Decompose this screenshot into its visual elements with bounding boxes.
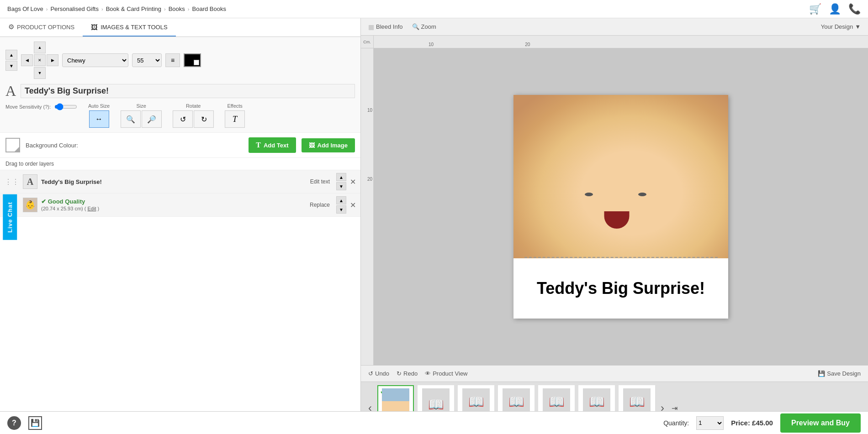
layers-header: Drag to order layers xyxy=(0,158,360,170)
sensitivity-slider[interactable] xyxy=(54,103,77,110)
text-layer-up-button[interactable]: ▲ xyxy=(336,173,346,181)
breadcrumb-books[interactable]: Books xyxy=(169,5,185,12)
layer-sub-image: (20.74 x 25.93 cm) ( Edit ) xyxy=(41,206,99,211)
move-row-mid: ◀ ✕ ▶ xyxy=(21,54,58,66)
effects-button[interactable]: T xyxy=(225,110,245,128)
ruler-corner: Cm. xyxy=(361,36,374,48)
size-decrease-button[interactable]: 🔎 xyxy=(142,110,162,128)
product-view-button[interactable]: 👁 Product View xyxy=(425,370,467,377)
your-design-label: Your Design xyxy=(821,23,853,30)
align-button[interactable]: ≡ xyxy=(165,53,180,67)
tab-images-text-tools[interactable]: 🖼 IMAGES & TEXT TOOLS xyxy=(83,18,175,37)
ruler-mark-10: 10 xyxy=(429,42,434,47)
text-layer-close-button[interactable]: ✕ xyxy=(350,178,356,186)
edit-image-link[interactable]: Edit xyxy=(88,206,96,211)
image-layer-up-button[interactable]: ▲ xyxy=(336,196,346,204)
edit-text-button[interactable]: Edit text xyxy=(307,178,333,186)
color-swatch-inner xyxy=(194,60,199,65)
ruler-left: 10 20 xyxy=(361,48,374,365)
breadcrumb-book-card-printing[interactable]: Book & Card Printing xyxy=(106,5,161,12)
bleed-info-button[interactable]: ▦ Bleed Info xyxy=(368,23,403,31)
product-view-label: Product View xyxy=(433,370,467,377)
preview-and-buy-button[interactable]: Preview and Buy xyxy=(780,413,861,433)
sensitivity-label: Move Sensitivity (?): xyxy=(5,104,51,110)
breadcrumb-bags-of-love[interactable]: Bags Of Love xyxy=(7,5,43,12)
thumb-book-icon-4: 📖 xyxy=(508,394,524,409)
move-center-button[interactable]: ✕ xyxy=(34,54,46,66)
canvas-wrapper: Cm. 10 20 10 20 xyxy=(361,36,868,365)
canvas-title-text: Teddy's Big Surprise! xyxy=(537,279,705,298)
right-panel: ▦ Bleed Info 🔍 Zoom Your Design ▼ Cm. 10… xyxy=(361,18,868,434)
undo-button[interactable]: ↺ Undo xyxy=(368,370,389,377)
live-chat-button[interactable]: Live Chat xyxy=(3,194,17,240)
quantity-select[interactable]: 1 2 3 xyxy=(696,416,724,430)
zoom-icon: 🔍 xyxy=(412,23,419,30)
ruler-mark-left-10: 10 xyxy=(367,108,372,113)
chevron-down-icon: ▼ xyxy=(855,23,861,30)
layer-item-image: ⋮⋮ 👶 ✔ Good Quality (20.74 x 25.93 cm) (… xyxy=(0,193,360,217)
footer-right: Quantity: 1 2 3 Price: £45.00 Preview an… xyxy=(663,413,861,433)
zoom-button[interactable]: 🔍 Zoom xyxy=(412,23,436,30)
background-color-swatch[interactable] xyxy=(5,138,20,152)
save-button[interactable]: 💾 xyxy=(28,416,42,430)
add-text-button[interactable]: T Add Text xyxy=(249,137,296,153)
nav-up-button[interactable]: ▲ xyxy=(5,50,17,60)
header-icons: 🛒 👤 📞 xyxy=(809,3,861,15)
move-up-button[interactable]: ▲ xyxy=(34,42,46,53)
color-swatch[interactable] xyxy=(184,53,201,67)
auto-size-btns: ↔ xyxy=(89,110,109,128)
left-panel: ⚙ PRODUCT OPTIONS 🖼 IMAGES & TEXT TOOLS … xyxy=(0,18,361,434)
effects-group: Effects T xyxy=(225,103,245,128)
rotate-right-button[interactable]: ↻ xyxy=(194,110,214,128)
text-layer-updown: ▲ ▼ xyxy=(336,173,346,190)
layer-actions-image: Replace ▲ ▼ ✕ xyxy=(307,196,356,214)
move-left-button[interactable]: ◀ xyxy=(21,54,33,66)
cart-icon[interactable]: 🛒 xyxy=(809,3,821,15)
size-label: Size xyxy=(136,103,146,109)
tab-product-options[interactable]: ⚙ PRODUCT OPTIONS xyxy=(0,18,83,37)
save-design-button[interactable]: 💾 Save Design xyxy=(818,370,861,377)
toolbar-row1: ▲ ▼ ▲ ◀ ✕ ▶ ▼ Chewy xyxy=(5,42,355,79)
nav-down-button[interactable]: ▼ xyxy=(5,61,17,71)
save-icon: 💾 xyxy=(818,370,825,377)
auto-size-group: Auto Size ↔ xyxy=(88,103,110,128)
image-add-icon: 🖼 xyxy=(309,142,315,149)
move-down-button[interactable]: ▼ xyxy=(34,67,46,79)
redo-button[interactable]: ↻ Redo xyxy=(397,370,418,377)
move-buttons: ▲ ◀ ✕ ▶ ▼ xyxy=(21,42,58,79)
auto-size-button[interactable]: ↔ xyxy=(89,110,109,128)
sensitivity-row: Move Sensitivity (?): xyxy=(5,103,77,110)
help-button[interactable]: ? xyxy=(7,416,21,430)
size-select[interactable]: 55 xyxy=(132,53,162,67)
phone-icon[interactable]: 📞 xyxy=(848,3,861,15)
image-layer-close-button[interactable]: ✕ xyxy=(350,201,356,209)
replace-image-button[interactable]: Replace xyxy=(307,201,333,209)
design-canvas[interactable]: Teddy's Big Surprise! xyxy=(513,95,728,319)
image-layer-updown: ▲ ▼ xyxy=(336,196,346,214)
ruler-mark-left-20: 20 xyxy=(367,177,372,182)
layer-thumb-text: A xyxy=(23,174,37,189)
preview-text-box[interactable]: Teddy's Big Surprise! xyxy=(21,84,355,98)
breadcrumb-board-books[interactable]: Board Books xyxy=(192,5,226,12)
breadcrumb-personalised-gifts[interactable]: Personalised Gifts xyxy=(50,5,99,12)
size-increase-button[interactable]: 🔍 xyxy=(121,110,141,128)
tab-product-options-label: PRODUCT OPTIONS xyxy=(17,24,74,31)
add-image-button[interactable]: 🖼 Add Image xyxy=(302,138,355,152)
image-layer-down-button[interactable]: ▼ xyxy=(336,205,346,214)
thumb-book-icon-7: 📖 xyxy=(629,394,645,409)
thumb-book-icon-5: 📖 xyxy=(549,394,565,409)
image-icon: 🖼 xyxy=(91,23,98,31)
move-right-button[interactable]: ▶ xyxy=(47,54,58,66)
layers-list: ⋮⋮ A Teddy's Big Surprise! Edit text ▲ ▼… xyxy=(0,170,360,434)
your-design-button[interactable]: Your Design ▼ xyxy=(821,23,861,30)
toolbar-area: ▲ ▼ ▲ ◀ ✕ ▶ ▼ Chewy xyxy=(0,37,360,133)
user-icon[interactable]: 👤 xyxy=(829,3,841,15)
layer-drag-handle-1[interactable]: ⋮⋮ xyxy=(5,178,19,186)
rotate-left-button[interactable]: ↺ xyxy=(173,110,193,128)
zoom-label: Zoom xyxy=(421,23,436,30)
font-select[interactable]: Chewy xyxy=(62,53,128,67)
dashed-separator xyxy=(524,257,718,258)
layer-actions-text: Edit text ▲ ▼ ✕ xyxy=(307,173,356,190)
panel-tabs: ⚙ PRODUCT OPTIONS 🖼 IMAGES & TEXT TOOLS xyxy=(0,18,360,37)
text-layer-down-button[interactable]: ▼ xyxy=(336,182,346,190)
